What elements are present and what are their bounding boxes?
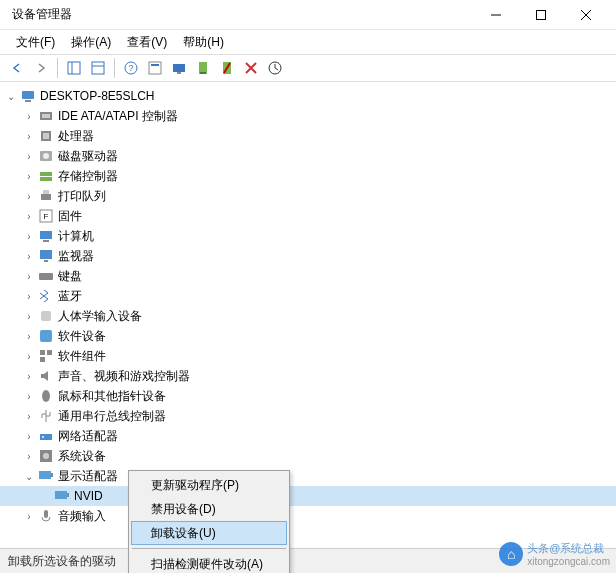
tree-node-label: 人体学输入设备 <box>58 308 142 325</box>
expand-icon[interactable]: › <box>22 329 36 343</box>
tree-node[interactable]: › F 固件 <box>0 206 616 226</box>
tree-node[interactable]: › 监视器 <box>0 246 616 266</box>
expand-icon[interactable]: › <box>22 269 36 283</box>
ctx-separator <box>132 548 286 549</box>
audio-icon <box>38 368 54 384</box>
expand-icon[interactable]: › <box>22 369 36 383</box>
tree-node[interactable]: › 蓝牙 <box>0 286 616 306</box>
svg-rect-28 <box>43 190 49 194</box>
action-button[interactable] <box>144 57 166 79</box>
svg-text:F: F <box>44 212 49 221</box>
tree-node-label: 存储控制器 <box>58 168 118 185</box>
expand-icon[interactable]: › <box>22 129 36 143</box>
forward-button[interactable] <box>30 57 52 79</box>
tree-node-nvidia[interactable]: NVID <box>0 486 616 506</box>
update-driver-button[interactable] <box>264 57 286 79</box>
tree-node[interactable]: › 系统设备 <box>0 446 616 466</box>
maximize-button[interactable] <box>518 0 563 30</box>
tree-node-label: 通用串行总线控制器 <box>58 408 166 425</box>
minimize-button[interactable] <box>473 0 518 30</box>
tree-node[interactable]: › 人体学输入设备 <box>0 306 616 326</box>
hid-icon <box>38 308 54 324</box>
svg-rect-22 <box>43 133 49 139</box>
menubar: 文件(F) 操作(A) 查看(V) 帮助(H) <box>0 30 616 54</box>
back-button[interactable] <box>6 57 28 79</box>
svg-rect-31 <box>40 231 52 239</box>
menu-action[interactable]: 操作(A) <box>63 32 119 53</box>
tree-node[interactable]: › 打印队列 <box>0 186 616 206</box>
tree-node[interactable]: › 网络适配器 <box>0 426 616 446</box>
expand-icon[interactable]: › <box>22 209 36 223</box>
tree-node[interactable]: › 计算机 <box>0 226 616 246</box>
expand-icon[interactable]: › <box>22 169 36 183</box>
tree-node-label: 网络适配器 <box>58 428 118 445</box>
device-tree[interactable]: ⌄ DESKTOP-8E5SLCH › IDE ATA/ATAPI 控制器 › … <box>0 82 616 548</box>
bluetooth-icon <box>38 288 54 304</box>
expand-icon[interactable]: › <box>22 409 36 423</box>
expand-icon[interactable]: › <box>22 509 36 523</box>
enable-button[interactable] <box>192 57 214 79</box>
expand-icon[interactable]: › <box>22 349 36 363</box>
menu-help[interactable]: 帮助(H) <box>175 32 232 53</box>
tree-node[interactable]: › 鼠标和其他指针设备 <box>0 386 616 406</box>
tree-node[interactable]: › 键盘 <box>0 266 616 286</box>
tree-node-label: 计算机 <box>58 228 94 245</box>
tree-node[interactable]: › 存储控制器 <box>0 166 616 186</box>
expand-icon[interactable]: › <box>22 289 36 303</box>
tree-node[interactable]: › 声音、视频和游戏控制器 <box>0 366 616 386</box>
tree-node-label: 鼠标和其他指针设备 <box>58 388 166 405</box>
help-button[interactable]: ? <box>120 57 142 79</box>
window-title: 设备管理器 <box>8 6 473 23</box>
show-hide-tree-button[interactable] <box>63 57 85 79</box>
expand-icon[interactable]: › <box>22 189 36 203</box>
expand-icon[interactable]: › <box>22 389 36 403</box>
svg-rect-18 <box>25 100 31 102</box>
tree-node-label: NVID <box>74 489 103 503</box>
expand-icon[interactable]: › <box>22 429 36 443</box>
svg-rect-25 <box>40 172 52 176</box>
expand-icon[interactable]: ⌄ <box>4 89 18 103</box>
menu-file[interactable]: 文件(F) <box>8 32 63 53</box>
software-icon <box>38 328 54 344</box>
tree-node-label: IDE ATA/ATAPI 控制器 <box>58 108 178 125</box>
disable-button[interactable] <box>216 57 238 79</box>
svg-rect-13 <box>177 72 181 74</box>
scan-hardware-button[interactable] <box>168 57 190 79</box>
ctx-uninstall-device[interactable]: 卸载设备(U) <box>131 521 287 545</box>
tree-node[interactable]: › 软件组件 <box>0 346 616 366</box>
svg-rect-35 <box>39 273 53 280</box>
statusbar-text: 卸载所选设备的驱动 <box>8 553 116 570</box>
tree-node[interactable]: › 磁盘驱动器 <box>0 146 616 166</box>
tree-node-audio-input[interactable]: › 音频输入 <box>0 506 616 526</box>
tree-node[interactable]: › 通用串行总线控制器 <box>0 406 616 426</box>
ctx-disable-device[interactable]: 禁用设备(D) <box>131 497 287 521</box>
expand-icon[interactable]: › <box>22 449 36 463</box>
printer-icon <box>38 188 54 204</box>
tree-root[interactable]: ⌄ DESKTOP-8E5SLCH <box>0 86 616 106</box>
svg-rect-42 <box>40 434 52 440</box>
expand-icon[interactable]: › <box>22 229 36 243</box>
tree-node-label: 固件 <box>58 208 82 225</box>
expand-icon[interactable]: › <box>22 249 36 263</box>
ctx-update-driver[interactable]: 更新驱动程序(P) <box>131 473 287 497</box>
ctx-scan-hardware[interactable]: 扫描检测硬件改动(A) <box>131 552 287 573</box>
expand-icon[interactable]: › <box>22 149 36 163</box>
expand-icon[interactable]: › <box>22 109 36 123</box>
close-button[interactable] <box>563 0 608 30</box>
tree-node[interactable]: › IDE ATA/ATAPI 控制器 <box>0 106 616 126</box>
expand-icon[interactable]: › <box>22 309 36 323</box>
svg-rect-38 <box>40 350 45 355</box>
tree-node-label: 磁盘驱动器 <box>58 148 118 165</box>
menu-view[interactable]: 查看(V) <box>119 32 175 53</box>
tree-node[interactable]: › 处理器 <box>0 126 616 146</box>
tree-node-label: 声音、视频和游戏控制器 <box>58 368 190 385</box>
tree-node-label: 软件设备 <box>58 328 106 345</box>
expand-icon[interactable]: ⌄ <box>22 469 36 483</box>
display-adapter-icon <box>38 468 54 484</box>
keyboard-icon <box>38 268 54 284</box>
properties-button[interactable] <box>87 57 109 79</box>
uninstall-button[interactable] <box>240 57 262 79</box>
svg-rect-47 <box>51 473 53 477</box>
tree-node[interactable]: › 软件设备 <box>0 326 616 346</box>
tree-node-display-adapters[interactable]: ⌄ 显示适配器 <box>0 466 616 486</box>
